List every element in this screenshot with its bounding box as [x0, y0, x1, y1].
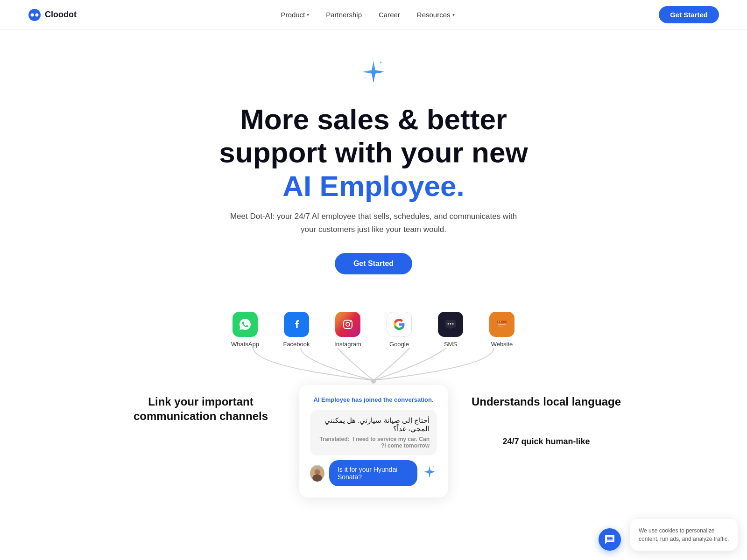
sms-icon: [438, 312, 463, 337]
translated-text: Translated: I need to service my car. Ca…: [317, 436, 430, 449]
svg-point-20: [314, 469, 320, 475]
hero-section: + + More sales & better support with you…: [0, 30, 747, 293]
nav-resources[interactable]: Resources ▾: [417, 11, 455, 19]
website-label: Website: [491, 341, 513, 348]
svg-point-10: [450, 323, 451, 324]
arabic-text: أحتاج إلى صيانة سيارتي. هل يمكنني المجي،…: [317, 416, 430, 433]
svg-point-15: [500, 321, 501, 322]
nav-get-started-button[interactable]: Get Started: [659, 6, 719, 23]
nav-career[interactable]: Career: [379, 11, 400, 19]
svg-text:+: +: [379, 59, 382, 66]
website-icon: [489, 312, 514, 337]
svg-point-6: [346, 322, 350, 326]
cookie-banner: We use cookies to personalize content, r…: [630, 519, 738, 525]
arabic-message-bubble: أحتاج إلى صيانة سيارتي. هل يمكنني المجي،…: [310, 410, 437, 455]
google-icon: [387, 312, 412, 337]
ai-sparkle-icon: +: [422, 464, 437, 482]
facebook-icon: [284, 312, 309, 337]
hero-sparkle-icon: + +: [355, 58, 392, 95]
svg-text:+: +: [432, 465, 435, 469]
channel-google: Google: [374, 312, 425, 348]
ai-employee-label: AI Employee: [313, 396, 350, 403]
svg-point-2: [35, 13, 39, 16]
navigation: Cloodot Product ▾ Partnership Career Res…: [0, 0, 747, 30]
svg-point-14: [498, 321, 499, 322]
svg-point-9: [448, 323, 449, 324]
whatsapp-label: WhatsApp: [231, 341, 259, 348]
chevron-down-icon: ▾: [452, 12, 455, 17]
svg-point-18: [371, 379, 376, 384]
connector-svg: [229, 348, 518, 385]
channel-whatsapp: WhatsApp: [219, 312, 271, 348]
chat-card: AI Employee has joined the conversation.…: [299, 385, 448, 497]
logo-icon: [28, 8, 41, 21]
hero-headline: More sales & better support with your ne…: [210, 103, 537, 203]
lower-section: Link your important communication channe…: [93, 385, 654, 525]
translated-content: I need to service my car. Can I come tom…: [352, 436, 430, 449]
user-avatar: [310, 465, 324, 482]
svg-point-11: [452, 323, 454, 324]
sms-label: SMS: [444, 341, 457, 348]
understands-language-title: Understands local language: [467, 394, 626, 409]
svg-point-1: [31, 13, 34, 16]
svg-point-21: [312, 475, 322, 482]
hero-highlight: AI Employee.: [282, 170, 464, 202]
hero-subtitle: Meet Dot-AI: your 24/7 AI employee that …: [229, 210, 518, 236]
hero-get-started-button[interactable]: Get Started: [335, 253, 412, 274]
chat-header: AI Employee has joined the conversation.: [310, 396, 437, 403]
chat-header-suffix: has joined the conversation.: [352, 396, 434, 403]
ai-response-bubble: Is it for your Hyundai Sonata?: [329, 460, 417, 486]
channel-facebook: Facebook: [271, 312, 322, 348]
google-label: Google: [389, 341, 409, 348]
channel-sms: SMS: [425, 312, 476, 348]
response-text: Is it for your Hyundai Sonata?: [338, 466, 397, 481]
link-channels-title: Link your important communication channe…: [121, 394, 280, 423]
translated-label: Translated:: [320, 436, 350, 442]
right-side-text: Understands local language 24/7 quick hu…: [467, 385, 626, 447]
channel-website: Website: [476, 312, 528, 348]
chevron-down-icon: ▾: [307, 12, 309, 17]
instagram-icon: [335, 312, 360, 337]
whatsapp-icon: [233, 312, 258, 337]
svg-point-7: [350, 321, 351, 322]
channels-connector: [0, 348, 747, 385]
svg-text:+: +: [364, 76, 366, 81]
left-side-text: Link your important communication channe…: [121, 385, 280, 423]
nav-partnership[interactable]: Partnership: [326, 11, 362, 19]
logo[interactable]: Cloodot: [28, 8, 77, 21]
nav-product[interactable]: Product ▾: [281, 11, 310, 19]
svg-point-0: [28, 9, 41, 21]
facebook-label: Facebook: [283, 341, 310, 348]
response-wrap: Is it for your Hyundai Sonata? +: [310, 460, 437, 486]
nav-links: Product ▾ Partnership Career Resources ▾: [281, 11, 455, 19]
channels-row: WhatsApp Facebook Instagram: [0, 293, 747, 348]
svg-rect-16: [498, 324, 506, 325]
brand-name: Cloodot: [45, 10, 77, 20]
channel-instagram: Instagram: [322, 312, 374, 348]
instagram-label: Instagram: [334, 341, 361, 348]
quick-human-title: 24/7 quick human-like: [467, 437, 626, 447]
svg-rect-17: [498, 326, 503, 327]
